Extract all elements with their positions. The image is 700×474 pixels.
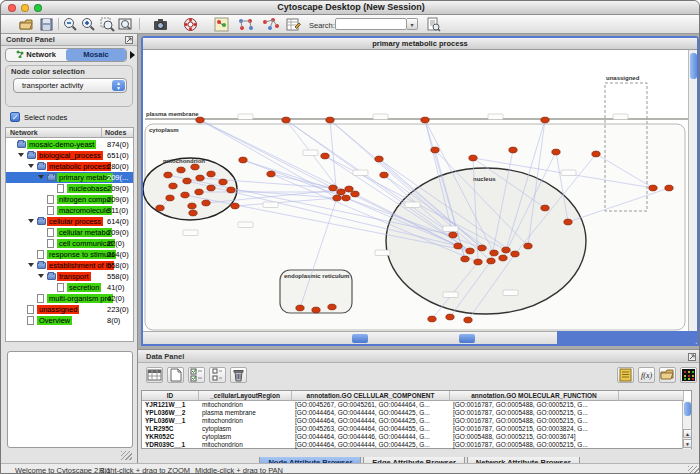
graph-node[interactable] xyxy=(431,147,439,153)
float-panel-icon[interactable] xyxy=(688,353,696,361)
graph-node[interactable] xyxy=(333,195,341,201)
select-attributes-icon[interactable] xyxy=(188,367,205,383)
help-lifering-icon[interactable] xyxy=(183,17,198,32)
edit-table-icon[interactable] xyxy=(286,17,301,32)
scrollbar-thumb[interactable] xyxy=(690,53,697,79)
open-folder-icon[interactable] xyxy=(19,17,34,32)
graph-node[interactable] xyxy=(282,117,290,123)
graph-node[interactable] xyxy=(195,189,203,195)
graph-node[interactable] xyxy=(227,187,235,193)
table-row[interactable]: YLR295Ccytoplasm[GO:0045263, GO:0044464,… xyxy=(142,425,691,433)
graph-node[interactable] xyxy=(181,192,189,198)
table-row[interactable]: YPL036W__2plasma membrane[GO:0044464, GO… xyxy=(142,409,691,417)
graph-node[interactable] xyxy=(466,248,474,254)
new-attribute-icon[interactable] xyxy=(167,367,184,383)
graph-node[interactable] xyxy=(469,155,477,161)
table-cell[interactable]: YPL036W__2 xyxy=(142,409,199,417)
graph-node[interactable] xyxy=(454,243,462,249)
tree-row[interactable]: primary metabo209(... xyxy=(6,172,133,183)
scrollbar-thumb[interactable] xyxy=(352,334,368,343)
table-cell[interactable]: YDR039C__1 xyxy=(142,441,199,449)
table-cell[interactable]: [GO:0044464, GO:0044444, GO:0044425, G..… xyxy=(292,441,450,449)
table-column-header[interactable]: annotation.GO CELLULAR_COMPONENT xyxy=(292,391,450,401)
expand-arrow-icon[interactable] xyxy=(38,274,44,278)
graph-node[interactable] xyxy=(351,191,359,197)
graph-node[interactable] xyxy=(524,243,532,249)
graph-node[interactable] xyxy=(474,259,482,265)
graph-node[interactable] xyxy=(207,171,215,177)
column-divider[interactable] xyxy=(101,128,102,137)
table-column-header[interactable]: annotation.GO MOLECULAR_FUNCTION xyxy=(450,391,619,401)
tree-row[interactable]: macromolecule311(0) xyxy=(6,205,133,216)
graph-node[interactable] xyxy=(321,153,329,159)
tree-row[interactable]: multi-organism pro42(0) xyxy=(6,293,133,304)
tab-mosaic[interactable]: Mosaic xyxy=(66,49,126,61)
tree-header-network[interactable]: Network xyxy=(10,129,38,136)
layout-network-alt-icon[interactable] xyxy=(261,17,281,32)
expand-arrow-icon[interactable] xyxy=(18,153,24,157)
graph-node[interactable] xyxy=(156,205,164,211)
graph-node[interactable] xyxy=(183,178,191,184)
graph-node[interactable] xyxy=(239,157,247,163)
graph-node[interactable] xyxy=(509,147,517,153)
graph-node[interactable] xyxy=(191,164,199,170)
table-cell[interactable]: [GO:0016787, GO:0005488, GO:0005215, G..… xyxy=(450,417,619,425)
graph-node[interactable] xyxy=(196,117,204,123)
table-cell[interactable]: [GO:0044464, GO:0044446, GO:0044444, G..… xyxy=(292,433,450,441)
zoom-fit-icon[interactable] xyxy=(118,17,133,32)
graph-node[interactable] xyxy=(177,167,185,173)
window-titlebar[interactable]: Cytoscape Desktop (New Session) xyxy=(1,1,700,15)
zoom-in-icon[interactable] xyxy=(81,17,96,32)
table-cell[interactable]: [GO:0045267, GO:0045261, GO:0044464, G..… xyxy=(292,401,450,409)
tree-row[interactable]: cell communicat22(0) xyxy=(6,238,133,249)
float-panel-icon[interactable] xyxy=(125,36,133,44)
table-cell[interactable]: mitochondrion xyxy=(199,401,292,409)
graph-node[interactable] xyxy=(337,189,345,195)
table-column-header[interactable]: ID xyxy=(142,391,199,401)
network-overview-box[interactable] xyxy=(7,351,133,448)
table-cell[interactable]: mitochondrion xyxy=(199,417,292,425)
graph-node[interactable] xyxy=(649,185,657,191)
graph-node[interactable] xyxy=(312,307,320,313)
import-table-icon[interactable] xyxy=(659,367,676,383)
table-cell[interactable]: cytoplasm xyxy=(199,433,292,441)
table-cell[interactable]: [GO:0016787, GO:0005488, GO:0005215, G..… xyxy=(450,409,619,417)
graph-node[interactable] xyxy=(189,210,197,216)
graph-node[interactable] xyxy=(564,219,572,225)
table-cell[interactable]: mitochondrion xyxy=(199,441,292,449)
graph-node[interactable] xyxy=(345,186,353,192)
graph-node[interactable] xyxy=(428,316,436,322)
graph-node[interactable] xyxy=(207,185,215,191)
delete-attribute-icon[interactable] xyxy=(230,367,247,383)
graph-node[interactable] xyxy=(461,256,469,262)
save-icon[interactable] xyxy=(39,17,54,32)
graph-node[interactable] xyxy=(511,251,519,257)
graph-node[interactable] xyxy=(665,185,673,191)
table-cell[interactable]: [GO:0016787, GO:0005488, GO:0005215, G..… xyxy=(450,441,619,449)
table-row[interactable]: YKR052Ccytoplasm[GO:0044464, GO:0044446,… xyxy=(142,433,691,441)
expand-arrow-icon[interactable] xyxy=(38,175,44,179)
graph-node[interactable] xyxy=(541,117,549,123)
expand-arrow-icon[interactable] xyxy=(28,164,34,168)
graph-node[interactable] xyxy=(499,255,507,261)
graph-node[interactable] xyxy=(592,151,600,157)
table-cell[interactable]: [GO:0045263, GO:0044464, GO:0044455, G..… xyxy=(292,425,450,433)
tree-row[interactable]: Overview8(0) xyxy=(6,315,133,326)
snapshot-camera-icon[interactable] xyxy=(153,17,168,32)
graph-node[interactable] xyxy=(329,185,337,191)
table-cell[interactable]: [GO:0016787, GO:0005488, GO:0005215, G..… xyxy=(450,401,619,409)
tree-row[interactable]: cellular metabo209(0) xyxy=(6,227,133,238)
graph-node[interactable] xyxy=(342,195,350,201)
node-color-select[interactable]: transporter activity ▲▼ xyxy=(13,78,127,93)
graph-node[interactable] xyxy=(375,156,383,162)
search-config-icon[interactable] xyxy=(426,17,441,32)
function-builder-icon[interactable]: f(x) xyxy=(638,367,655,383)
tab-overflow-arrow-icon[interactable] xyxy=(130,51,135,59)
search-dropdown-icon[interactable]: ▾ xyxy=(407,18,418,30)
tree-row[interactable]: biological_process651(0) xyxy=(6,150,133,161)
tree-row[interactable]: mosaic-demo-yeast874(0) xyxy=(6,139,133,150)
graph-node[interactable] xyxy=(446,314,454,320)
table-cell[interactable]: cytoplasm xyxy=(199,425,292,433)
layout-network-icon[interactable] xyxy=(236,17,256,32)
graph-node[interactable] xyxy=(552,149,560,155)
